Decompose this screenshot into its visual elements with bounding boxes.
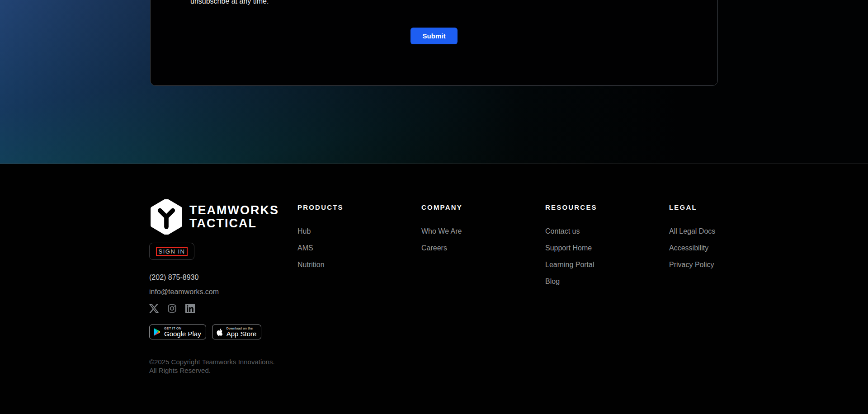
footer-link-support-home[interactable]: Support Home — [545, 244, 592, 252]
column-heading: RESOURCES — [545, 204, 597, 211]
list-item: Nutrition — [297, 261, 344, 268]
footer-link-learning-portal[interactable]: Learning Portal — [545, 261, 594, 268]
hexagon-y-logo-icon — [149, 199, 184, 235]
google-play-badge[interactable]: GET IT ON Google Play — [149, 325, 206, 339]
phone-link[interactable]: (202) 875-8930 — [149, 273, 198, 282]
apple-icon — [216, 328, 223, 336]
list-item: Blog — [545, 278, 597, 285]
footer-link-nutrition[interactable]: Nutrition — [297, 261, 325, 268]
column-heading: PRODUCTS — [297, 204, 344, 211]
footer-link-careers[interactable]: Careers — [421, 244, 447, 252]
list-item: All Legal Docs — [669, 227, 715, 235]
logo-line-1: TEAMWORKS — [189, 204, 279, 217]
linkedin-icon[interactable] — [185, 304, 195, 313]
unsubscribe-note: unsubscribe at any time. — [190, 0, 269, 5]
footer-link-all-legal-docs[interactable]: All Legal Docs — [669, 227, 715, 235]
footer-column-products: PRODUCTS Hub AMS Nutrition — [297, 204, 344, 278]
footer-link-accessibility[interactable]: Accessibility — [669, 244, 708, 252]
list-item: AMS — [297, 244, 344, 252]
app-store-name: App Store — [226, 330, 257, 338]
list-item: Learning Portal — [545, 261, 597, 268]
footer-column-resources: RESOURCES Contact us Support Home Learni… — [545, 204, 597, 294]
google-play-name: Google Play — [164, 330, 201, 338]
teamworks-logo[interactable]: TEAMWORKS TACTICAL — [149, 199, 279, 235]
footer-link-privacy-policy[interactable]: Privacy Policy — [669, 261, 714, 268]
column-heading: COMPANY — [421, 204, 462, 211]
social-links — [149, 304, 195, 313]
google-play-icon — [153, 328, 161, 336]
list-item: Contact us — [545, 227, 597, 235]
footer-column-legal: LEGAL All Legal Docs Accessibility Priva… — [669, 204, 715, 278]
sign-in-button[interactable]: SIGN IN — [149, 243, 194, 260]
newsletter-card: unsubscribe at any time. Submit — [150, 0, 718, 86]
logo-line-2: TACTICAL — [189, 217, 279, 230]
copyright-line-1: ©2025 Copyright Teamworks Innovations. — [149, 358, 275, 366]
copyright: ©2025 Copyright Teamworks Innovations. A… — [149, 358, 275, 375]
store-badges: GET IT ON Google Play Download on the Ap… — [149, 325, 261, 339]
x-twitter-icon[interactable] — [149, 304, 159, 313]
footer-link-who-we-are[interactable]: Who We Are — [421, 227, 462, 235]
footer-link-hub[interactable]: Hub — [297, 227, 311, 235]
app-store-badge[interactable]: Download on the App Store — [212, 325, 262, 339]
footer-container: TEAMWORKS TACTICAL SIGN IN (202) 875-893… — [149, 164, 719, 414]
footer-link-ams[interactable]: AMS — [297, 244, 313, 252]
logo-wordmark: TEAMWORKS TACTICAL — [189, 204, 279, 230]
column-heading: LEGAL — [669, 204, 715, 211]
footer-column-company: COMPANY Who We Are Careers — [421, 204, 462, 261]
email-link[interactable]: info@teamworks.com — [149, 288, 219, 296]
submit-button[interactable]: Submit — [410, 28, 458, 44]
instagram-icon[interactable] — [167, 304, 177, 313]
list-item: Accessibility — [669, 244, 715, 252]
footer-link-blog[interactable]: Blog — [545, 278, 560, 285]
list-item: Who We Are — [421, 227, 462, 235]
annotation-highlight: SIGN IN — [156, 247, 188, 256]
list-item: Hub — [297, 227, 344, 235]
copyright-line-2: All Rights Reserved. — [149, 366, 275, 375]
list-item: Support Home — [545, 244, 597, 252]
sign-in-label: SIGN IN — [159, 248, 185, 255]
list-item: Privacy Policy — [669, 261, 715, 268]
hero-gradient-section: unsubscribe at any time. Submit — [0, 0, 868, 164]
footer-link-contact-us[interactable]: Contact us — [545, 227, 580, 235]
site-footer: TEAMWORKS TACTICAL SIGN IN (202) 875-893… — [0, 164, 868, 414]
list-item: Careers — [421, 244, 462, 252]
